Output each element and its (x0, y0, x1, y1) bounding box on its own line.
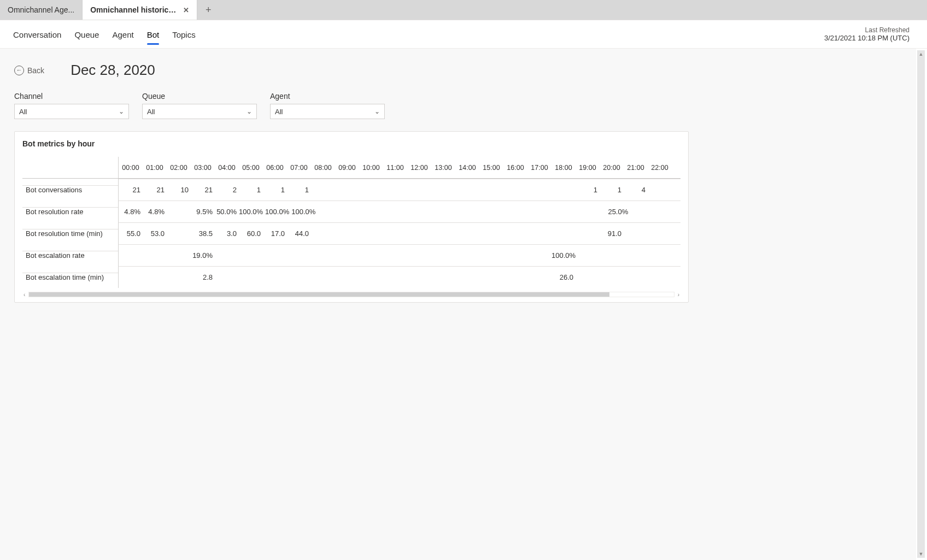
filter-queue: Queue All ⌄ (142, 92, 257, 119)
value-cell (407, 223, 431, 244)
value-cell (527, 267, 551, 288)
scroll-thumb[interactable] (29, 292, 609, 297)
value-cell (576, 267, 600, 288)
value-cell (311, 179, 335, 201)
filter-channel: Channel All ⌄ (14, 92, 129, 119)
subnav-item-queue[interactable]: Queue (74, 22, 99, 46)
hour-header-cell: 09:00 (335, 157, 359, 178)
value-cell (239, 267, 263, 288)
back-arrow-icon: ← (14, 66, 24, 75)
value-cell: 17.0 (263, 223, 287, 244)
back-button[interactable]: ← Back (14, 66, 44, 75)
filters: Channel All ⌄ Queue All ⌄ Agent All ⌄ (14, 92, 902, 119)
value-cell (431, 179, 455, 201)
value-cell (143, 245, 167, 266)
value-cell (239, 245, 263, 266)
tab-omnichannel-agent[interactable]: Omnichannel Age... (0, 0, 83, 20)
value-cell (342, 201, 366, 222)
filter-channel-select[interactable]: All ⌄ (14, 104, 129, 119)
value-cell: 21 (191, 179, 215, 201)
value-cell (650, 245, 674, 266)
back-label: Back (27, 66, 44, 75)
hour-header-cell: 08:00 (311, 157, 335, 178)
value-cell (479, 223, 503, 244)
matrix-viewport: 00:0001:0002:0003:0004:0005:0006:0007:00… (22, 157, 680, 288)
subnav-item-topics[interactable]: Topics (172, 22, 196, 46)
hour-header-cell: 13:00 (431, 157, 455, 178)
hour-header-cell: 00:00 (119, 157, 143, 178)
value-cell: 1 (263, 179, 287, 201)
value-cell (431, 245, 455, 266)
scroll-track[interactable] (28, 292, 674, 297)
filter-agent-select[interactable]: All ⌄ (270, 104, 385, 119)
value-cell (438, 201, 462, 222)
matrix-row: Bot resolution time (min)55.053.038.53.0… (22, 222, 680, 244)
value-cell (479, 267, 503, 288)
value-cell: 4.8% (119, 201, 143, 222)
value-cell (335, 179, 359, 201)
hour-header-cell: 11:00 (383, 157, 407, 178)
value-area: 2.826.0 (118, 266, 680, 288)
value-cell: 100.0% (551, 245, 578, 266)
value-cell (503, 223, 527, 244)
subnav: Conversation Queue Agent Bot Topics (13, 22, 196, 46)
value-area: 55.053.038.53.060.017.044.091.0 (118, 222, 680, 244)
hour-header-cell: 17:00 (527, 157, 551, 178)
scroll-down-icon[interactable]: ▼ (919, 551, 924, 557)
hour-header-cell: 04:00 (215, 157, 239, 178)
value-cell (534, 201, 558, 222)
value-cell: 21 (119, 179, 143, 201)
value-cell: 9.5% (191, 201, 215, 222)
value-cell (648, 223, 672, 244)
matrix-row: Bot conversations212110212111114 (22, 179, 680, 201)
value-cell (630, 201, 654, 222)
card-bot-metrics: Bot metrics by hour 00:0001:0002:0003:00… (14, 131, 689, 303)
card-title: Bot metrics by hour (22, 139, 680, 148)
horizontal-scrollbar[interactable]: ‹ › (22, 291, 680, 298)
value-cell: 3.0 (215, 223, 239, 244)
tab-omnichannel-historical[interactable]: Omnichannel historical an... ✕ (83, 0, 197, 20)
page-scrollbar[interactable]: ▲ ▼ (917, 50, 925, 558)
value-cell (359, 223, 383, 244)
value-cell (167, 245, 191, 266)
page-head: ← Back Dec 28, 2020 (14, 62, 902, 79)
scroll-left-icon[interactable]: ‹ (22, 292, 26, 298)
value-area: 00:0001:0002:0003:0004:0005:0006:0007:00… (118, 157, 680, 178)
value-cell (359, 179, 383, 201)
content: ← Back Dec 28, 2020 Channel All ⌄ Queue … (0, 49, 916, 560)
value-cell: 91.0 (600, 223, 624, 244)
scroll-right-icon[interactable]: › (677, 292, 680, 298)
value-cell (527, 179, 551, 201)
value-cell (383, 223, 407, 244)
chevron-down-icon: ⌄ (247, 108, 252, 115)
value-cell (479, 245, 503, 266)
scroll-up-icon[interactable]: ▲ (919, 51, 924, 57)
value-cell (624, 267, 648, 288)
subnav-item-bot[interactable]: Bot (147, 22, 160, 46)
value-cell (455, 245, 479, 266)
value-cell (576, 223, 600, 244)
value-cell (672, 223, 680, 244)
new-tab-button[interactable]: + (197, 0, 219, 20)
filter-queue-select[interactable]: All ⌄ (142, 104, 257, 119)
value-cell (407, 179, 431, 201)
hour-header-cell: 20:00 (600, 157, 624, 178)
value-cell: 2 (215, 179, 239, 201)
value-cell: 2.8 (191, 267, 215, 288)
tab-label: Omnichannel historical an... (90, 5, 178, 14)
value-cell (602, 245, 626, 266)
value-cell (287, 267, 311, 288)
close-icon[interactable]: ✕ (183, 7, 189, 14)
bot-metrics-matrix: 00:0001:0002:0003:0004:0005:0006:0007:00… (22, 157, 680, 288)
matrix-row: Bot resolution rate4.8%4.8%9.5%50.0%100.… (22, 201, 680, 222)
value-cell: 25.0% (606, 201, 630, 222)
matrix-row: Bot escalation rate19.0%100.0% (22, 244, 680, 266)
subnav-item-conversation[interactable]: Conversation (13, 22, 61, 46)
chevron-down-icon: ⌄ (119, 108, 124, 115)
value-cell: 44.0 (287, 223, 311, 244)
value-cell (674, 245, 680, 266)
subnav-item-agent[interactable]: Agent (112, 22, 133, 46)
value-cell (510, 201, 534, 222)
page-title: Dec 28, 2020 (71, 62, 155, 79)
hour-header-cell: 03:00 (191, 157, 215, 178)
